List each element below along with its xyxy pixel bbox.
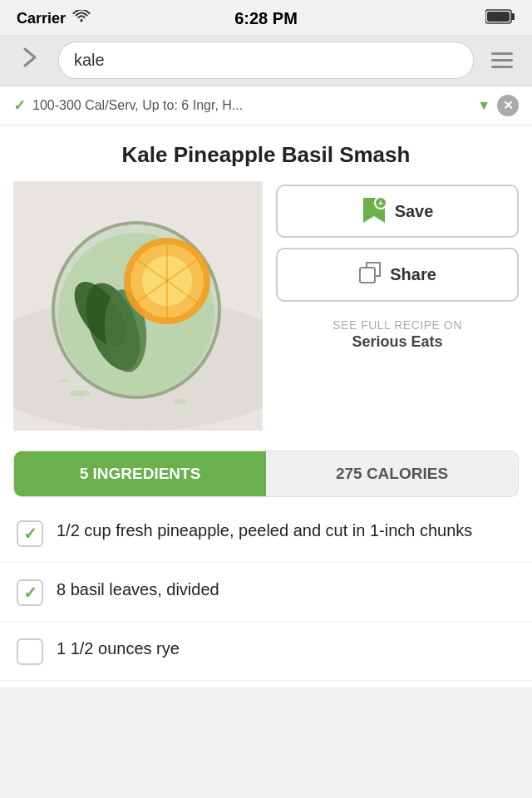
ingredient-text-3: 1 1/2 ounces rye bbox=[57, 637, 515, 660]
menu-line-1 bbox=[491, 52, 513, 55]
filter-text[interactable]: 100-300 Cal/Serv, Up to: 6 Ingr, H... bbox=[32, 98, 470, 113]
tab-ingredients[interactable]: 5 INGREDIENTS bbox=[14, 451, 266, 496]
save-button[interactable]: + Save bbox=[276, 185, 519, 238]
share-icon bbox=[358, 261, 382, 288]
filter-dropdown-icon[interactable]: ▼ bbox=[477, 98, 490, 113]
save-icon: + bbox=[362, 198, 387, 224]
filter-bar: ✓ 100-300 Cal/Serv, Up to: 6 Ingr, H... … bbox=[0, 86, 532, 126]
list-item: ✓ 8 basil leaves, divided bbox=[0, 563, 532, 622]
filter-close-button[interactable]: ✕ bbox=[497, 95, 519, 116]
list-item: ✓ 1/2 cup fresh pineapple, peeled and cu… bbox=[0, 504, 532, 563]
status-bar: Carrier 6:28 PM bbox=[0, 0, 532, 35]
menu-button[interactable] bbox=[484, 42, 520, 79]
tab-calories[interactable]: 275 CALORIES bbox=[266, 451, 518, 496]
carrier-text: Carrier bbox=[17, 10, 66, 27]
save-label: Save bbox=[395, 202, 434, 221]
svg-point-18 bbox=[70, 390, 90, 397]
checkmark-icon-1: ✓ bbox=[23, 524, 37, 544]
wifi-icon bbox=[72, 10, 91, 27]
svg-rect-2 bbox=[511, 13, 515, 20]
search-input[interactable] bbox=[58, 42, 474, 79]
ingredient-text-1: 1/2 cup fresh pineapple, peeled and cut … bbox=[57, 519, 515, 542]
filter-check-icon: ✓ bbox=[13, 96, 26, 115]
recipe-actions: + Save Share SEE FULL RECIPE ON Serious … bbox=[276, 181, 519, 431]
svg-rect-24 bbox=[360, 268, 375, 283]
svg-text:+: + bbox=[378, 199, 383, 208]
tab-ingredients-label: 5 INGREDIENTS bbox=[80, 465, 201, 482]
tab-calories-label: 275 CALORIES bbox=[336, 465, 448, 482]
checkmark-icon-2: ✓ bbox=[23, 583, 37, 603]
back-button[interactable] bbox=[12, 42, 48, 79]
svg-rect-3 bbox=[487, 12, 510, 22]
source-prefix: SEE FULL RECIPE ON bbox=[276, 318, 519, 332]
ingredient-checkbox-1[interactable]: ✓ bbox=[17, 520, 43, 547]
battery-icon bbox=[485, 9, 515, 27]
recipe-title: Kale Pineapple Basil Smash bbox=[0, 126, 532, 181]
share-label: Share bbox=[390, 265, 436, 284]
svg-point-19 bbox=[173, 399, 186, 404]
recipe-body: + Save Share SEE FULL RECIPE ON Serious … bbox=[0, 181, 532, 447]
main-content: Kale Pineapple Basil Smash bbox=[0, 126, 532, 687]
share-button[interactable]: Share bbox=[276, 248, 519, 302]
menu-line-2 bbox=[491, 59, 513, 62]
status-time: 6:28 PM bbox=[234, 9, 298, 28]
ingredient-text-2: 8 basil leaves, divided bbox=[57, 578, 515, 601]
ingredients-list: ✓ 1/2 cup fresh pineapple, peeled and cu… bbox=[0, 497, 532, 687]
top-nav bbox=[0, 35, 532, 86]
close-icon: ✕ bbox=[503, 98, 514, 113]
ingredient-checkbox-3[interactable] bbox=[17, 638, 43, 665]
ingredient-checkbox-2[interactable]: ✓ bbox=[17, 579, 43, 606]
source-name[interactable]: Serious Eats bbox=[276, 333, 519, 351]
list-item: 1 1/2 ounces rye bbox=[0, 622, 532, 681]
menu-line-3 bbox=[491, 66, 513, 68]
source-info: SEE FULL RECIPE ON Serious Eats bbox=[276, 318, 519, 351]
recipe-image bbox=[13, 181, 263, 431]
svg-point-20 bbox=[58, 379, 68, 382]
back-arrow-icon bbox=[17, 44, 43, 76]
svg-point-0 bbox=[81, 20, 83, 22]
recipe-tabs: 5 INGREDIENTS 275 CALORIES bbox=[13, 451, 519, 497]
carrier-label: Carrier bbox=[17, 10, 91, 27]
